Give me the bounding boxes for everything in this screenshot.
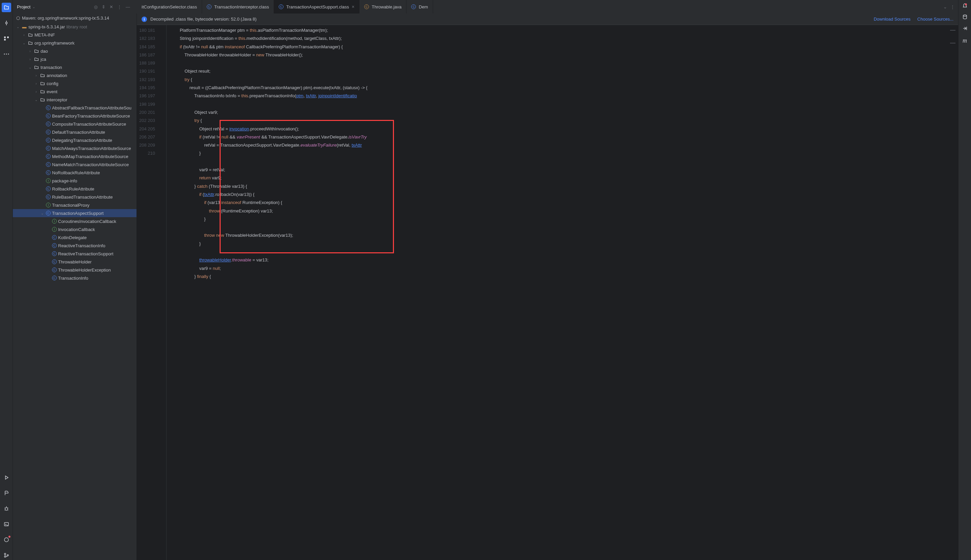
debug-tool-button[interactable] [2,504,11,513]
tree-row[interactable]: CTransactionInfo [13,274,137,282]
editor-tab[interactable]: CTransactionAspectSupport.class× [274,0,359,13]
tree-row[interactable]: CThrowableHolderException [13,266,137,274]
project-header[interactable]: Project ⌄ ◎ ⇕ ✕ ⋮ — [13,4,137,10]
tree-label: DelegatingTransactionAttribute [52,138,112,143]
tree-row[interactable]: ITransactionalProxy [13,201,137,209]
more-icon[interactable]: ⋮ [117,4,122,10]
commit-tool-button[interactable] [2,18,11,28]
folder-icon [34,57,39,62]
tab-dropdown-icon[interactable]: ⌄ [943,4,947,10]
tree-row[interactable]: CAbstractFallbackTransactionAttributeSou [13,104,137,112]
tree-arrow-icon[interactable]: ⌄ [34,98,38,102]
interface-icon: I [46,178,51,183]
editor-tab[interactable]: CTransactionInterceptor.class [202,0,274,13]
tree-row[interactable]: CKotlinDelegate [13,233,137,242]
maven-tool-button[interactable]: m [963,37,967,44]
folder-icon [28,32,33,37]
hide-icon[interactable]: — [126,4,130,10]
tree-label: NameMatchTransactionAttributeSource [52,162,129,167]
right-tool-stripe: m [958,0,971,560]
tree-row[interactable]: CCompositeTransactionAttributeSource [13,120,137,128]
tree-row[interactable]: CDelegatingTransactionAttribute [13,136,137,144]
more-tool-button[interactable] [2,49,11,59]
tree-arrow-icon[interactable]: › [34,90,38,93]
tree-label: CompositeTransactionAttributeSource [52,122,126,127]
tree-row[interactable]: CReactiveTransactionInfo [13,242,137,250]
tree-label: dao [40,48,48,54]
tree-row[interactable]: CNameMatchTransactionAttributeSource [13,160,137,168]
svg-point-11 [4,553,6,555]
services-tool-button[interactable] [2,473,11,482]
tree-row[interactable]: ›event [13,87,137,96]
tree-row[interactable]: ›META-INF [13,31,137,39]
tree-row[interactable]: CRollbackRuleAttribute [13,185,137,193]
class-icon: C [52,276,57,280]
file-type-icon: C [411,4,416,9]
tree-arrow-icon[interactable]: › [22,33,27,37]
tree-row[interactable]: CDefaultTransactionAttribute [13,128,137,136]
tree-row[interactable]: ›config [13,79,137,87]
tree-row[interactable]: ⌄▬spring-tx-5.3.14.jar library root [13,23,137,31]
tree-row[interactable]: Ipackage-info [13,177,137,185]
interface-icon: I [52,227,57,232]
tree-arrow-icon[interactable]: › [34,82,38,85]
svg-rect-9 [4,523,8,526]
folder-icon [40,73,45,78]
tree-arrow-icon[interactable]: › [28,57,32,61]
build-tool-button[interactable] [2,488,11,498]
svg-point-6 [8,54,9,55]
tree-label: package-info [52,178,77,183]
editor-tab[interactable]: CThrowable.java [359,0,406,13]
tab-more-icon[interactable]: ⋮ [950,4,955,10]
tree-arrow-icon[interactable]: ⌄ [28,65,32,69]
tree-row[interactable]: ⌄interceptor [13,96,137,104]
tree-row[interactable]: ⌄transaction [13,63,137,71]
expand-icon[interactable]: ⇕ [102,4,105,10]
tree-row[interactable]: CMethodMapTransactionAttributeSource [13,152,137,160]
class-icon: C [46,162,51,167]
folder-icon [34,65,39,70]
refactor-tool-button[interactable] [962,26,968,31]
download-sources-link[interactable]: Download Sources [874,17,911,22]
project-tree[interactable]: ⌄▬spring-tx-5.3.14.jar library root›META… [13,23,137,560]
code-editor[interactable]: 180 181 182 183 184 185 186 187 188 189 … [137,25,958,560]
tree-row[interactable]: ›annotation [13,71,137,79]
folder-icon [28,40,33,46]
database-tool-button[interactable] [962,14,968,20]
tree-row[interactable]: IInvocationCallback [13,225,137,233]
tree-row[interactable]: CReactiveTransactionSupport [13,250,137,258]
tree-row[interactable]: ›jca [13,55,137,63]
breadcrumb[interactable]: ⬡ Maven: org.springframework:spring-tx:5… [13,13,137,23]
terminal-tool-button[interactable] [2,520,11,529]
tree-row[interactable]: CNoRollbackRuleAttribute [13,168,137,177]
editor-tab[interactable]: itConfigurationSelector.class [137,0,202,13]
structure-tool-button[interactable] [2,34,11,43]
tree-row[interactable]: ICoroutinesInvocationCallback [13,217,137,225]
tree-arrow-icon[interactable]: ⌄ [22,41,27,45]
tab-label: Throwable.java [372,4,401,10]
tree-row[interactable]: ›dao [13,47,137,55]
locate-icon[interactable]: ◎ [94,4,98,10]
collapse-icon[interactable]: ✕ [110,4,113,10]
tree-arrow-icon[interactable]: › [34,73,38,77]
tree-arrow-icon[interactable]: ⌄ [15,25,20,29]
tree-label: jca [40,57,46,62]
code-content[interactable]: PlatformTransactionManager ptm = this.as… [167,25,958,560]
tree-row[interactable]: ⌄CTransactionAspectSupport [13,209,137,217]
tree-row[interactable]: CMatchAlwaysTransactionAttributeSource [13,144,137,152]
tree-arrow-icon[interactable]: ⌄ [40,212,45,215]
top-bar: Project ⌄ ◎ ⇕ ✕ ⋮ — itConfigurationSelec… [13,0,958,13]
tree-row[interactable]: CBeanFactoryTransactionAttributeSource [13,112,137,120]
tree-row[interactable]: ⌄org.springframework [13,39,137,47]
problems-tool-button[interactable] [2,535,11,545]
project-tool-button[interactable] [2,3,11,12]
tree-row[interactable]: CThrowableHolder [13,258,137,266]
choose-sources-link[interactable]: Choose Sources... [917,17,953,22]
vcs-tool-button[interactable] [2,550,11,560]
tree-arrow-icon[interactable]: › [28,49,32,53]
notifications-button[interactable] [962,3,968,8]
tree-row[interactable]: CRuleBasedTransactionAttribute [13,193,137,201]
close-icon[interactable]: × [352,4,354,10]
editor-tab[interactable]: CDem [406,0,433,13]
tree-label: org.springframework [35,40,75,46]
